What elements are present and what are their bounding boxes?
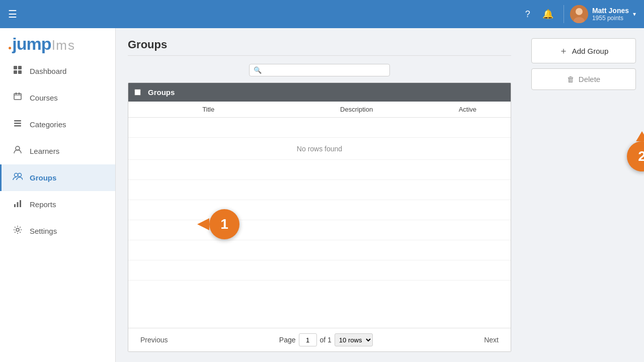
header-left: ☰: [8, 8, 17, 20]
main-content: Groups 🔍 Groups Title Descript: [116, 28, 523, 362]
pagination: Previous Page of 1 10 rows 25 rows 50 ro…: [128, 328, 511, 351]
svg-point-19: [16, 228, 19, 231]
header-divider: [564, 5, 564, 23]
delete-button[interactable]: 🗑 Delete: [531, 68, 636, 90]
svg-rect-17: [17, 202, 19, 207]
svg-point-14: [15, 173, 18, 177]
title-divider: [128, 55, 511, 56]
search-input[interactable]: [264, 66, 385, 74]
svg-rect-9: [19, 93, 20, 95]
of-label: of 1: [320, 336, 332, 344]
col-description: Description: [282, 106, 430, 113]
col-active: Active: [431, 106, 505, 113]
sidebar-item-learners[interactable]: Learners: [0, 138, 115, 164]
svg-rect-5: [14, 70, 17, 74]
sidebar-item-groups[interactable]: Groups: [0, 164, 115, 191]
svg-rect-3: [14, 66, 17, 69]
page-input[interactable]: [299, 333, 317, 346]
page-label: Page: [279, 336, 296, 344]
groups-table: Groups Title Description Active No rows …: [128, 82, 511, 352]
help-icon[interactable]: ?: [521, 9, 534, 20]
pagination-center: Page of 1 10 rows 25 rows 50 rows: [279, 333, 373, 346]
svg-rect-8: [16, 93, 17, 95]
table-row: [128, 240, 511, 260]
courses-icon: [12, 92, 24, 104]
svg-rect-18: [20, 200, 21, 207]
user-text: Matt Jones 1955 points: [592, 7, 629, 22]
sidebar-item-label-categories: Categories: [30, 120, 66, 129]
select-all-checkbox[interactable]: [134, 89, 141, 96]
user-info[interactable]: Matt Jones 1955 points ▾: [570, 5, 636, 23]
previous-button[interactable]: Previous: [136, 334, 172, 346]
search-icon: 🔍: [254, 66, 262, 74]
header-right: ? 🔔 Matt Jones 1955 points ▾: [521, 5, 636, 23]
svg-point-1: [576, 8, 583, 15]
svg-rect-12: [14, 125, 21, 127]
sidebar-item-label-groups: Groups: [30, 173, 56, 182]
categories-icon: [12, 118, 24, 131]
rows-per-page-select[interactable]: 10 rows 25 rows 50 rows: [335, 333, 373, 346]
col-title: Title: [134, 106, 282, 113]
sidebar-item-label-settings: Settings: [30, 227, 57, 235]
settings-icon: [12, 225, 24, 237]
logo-jump: jump: [12, 34, 51, 54]
hamburger-icon[interactable]: ☰: [8, 8, 17, 20]
table-row: [128, 220, 511, 240]
add-icon: ＋: [559, 45, 568, 57]
sidebar-item-dashboard[interactable]: Dashboard: [0, 58, 115, 84]
groups-icon: [12, 171, 24, 184]
next-button[interactable]: Next: [480, 334, 503, 346]
sidebar-item-label-reports: Reports: [30, 200, 56, 209]
page-title: Groups: [128, 38, 511, 51]
add-group-button[interactable]: ＋ Add Group: [531, 38, 636, 63]
user-name: Matt Jones: [592, 7, 629, 15]
user-points: 1955 points: [592, 15, 629, 22]
header: ☰ ? 🔔 Matt Jones 1955 points ▾: [0, 0, 644, 28]
dashboard-icon: [12, 65, 24, 77]
table-row: [128, 118, 511, 138]
table-row: [128, 200, 511, 220]
table-row: [128, 260, 511, 281]
column-headers: Title Description Active: [128, 102, 511, 118]
logo-lms: lms: [52, 38, 75, 53]
add-group-label: Add Group: [572, 47, 609, 55]
logo: ● jump lms: [0, 28, 115, 58]
svg-rect-10: [14, 120, 21, 122]
svg-rect-16: [14, 204, 16, 207]
search-bar: 🔍: [128, 64, 511, 76]
avatar: [570, 5, 588, 23]
table-body: No rows found: [128, 118, 511, 328]
table-row: [128, 180, 511, 200]
sidebar-item-label-learners: Learners: [30, 147, 59, 155]
table-header: Groups: [128, 83, 511, 102]
delete-icon: 🗑: [567, 75, 575, 83]
sidebar-item-categories[interactable]: Categories: [0, 111, 115, 138]
svg-rect-6: [18, 70, 22, 74]
delete-label: Delete: [579, 75, 600, 83]
sidebar: ● jump lms Dashboard: [0, 28, 116, 362]
sidebar-item-label-courses: Courses: [30, 94, 58, 102]
table-header-label: Groups: [148, 88, 175, 97]
sidebar-item-reports[interactable]: Reports: [0, 191, 115, 218]
sidebar-item-courses[interactable]: Courses: [0, 84, 115, 111]
no-rows-message: No rows found: [128, 138, 511, 160]
chevron-down-icon: ▾: [633, 11, 636, 18]
right-panel: ＋ Add Group 🗑 Delete: [523, 28, 644, 362]
sidebar-item-settings[interactable]: Settings: [0, 218, 115, 244]
sidebar-item-label-dashboard: Dashboard: [30, 67, 66, 75]
svg-rect-7: [14, 94, 21, 100]
svg-rect-4: [18, 66, 22, 69]
bell-icon[interactable]: 🔔: [538, 9, 557, 20]
table-row: [128, 160, 511, 180]
main-and-right: Groups 🔍 Groups Title Descript: [116, 28, 644, 362]
body: ● jump lms Dashboard: [0, 28, 644, 362]
learners-icon: [12, 145, 24, 157]
svg-rect-11: [14, 123, 21, 124]
search-input-wrap: 🔍: [249, 64, 390, 76]
svg-point-15: [18, 173, 22, 177]
reports-icon: [12, 198, 24, 211]
sidebar-nav: Dashboard Courses: [0, 58, 115, 244]
